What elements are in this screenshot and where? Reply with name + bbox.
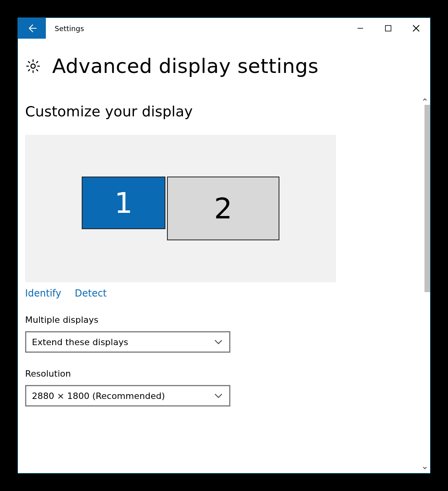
multiple-displays-select[interactable]: Extend these displays	[25, 331, 230, 353]
header-row: Advanced display settings	[18, 39, 430, 90]
resolution-label: Resolution	[25, 369, 430, 379]
display-2-label: 2	[214, 192, 232, 225]
scroll-down-button[interactable]	[420, 463, 430, 473]
window-title: Settings	[46, 18, 346, 39]
titlebar: Settings	[18, 18, 430, 39]
back-button[interactable]	[18, 18, 46, 39]
arrow-left-icon	[27, 23, 37, 33]
resolution-value: 2880 × 1800 (Recommended)	[32, 391, 165, 401]
settings-window: Settings Advanced display s	[18, 18, 430, 473]
chevron-down-icon	[213, 337, 224, 347]
close-button[interactable]	[402, 18, 430, 39]
gear-icon	[25, 58, 41, 74]
multiple-displays-value: Extend these displays	[32, 337, 128, 347]
display-1[interactable]: 1	[82, 177, 165, 229]
svg-rect-0	[385, 26, 391, 31]
display-links: Identify Detect	[25, 288, 430, 299]
window-controls	[346, 18, 430, 39]
scroll-thumb[interactable]	[424, 105, 430, 292]
display-arrangement[interactable]: 1 2	[25, 135, 336, 282]
close-icon	[412, 24, 420, 32]
multiple-displays-label: Multiple displays	[25, 315, 430, 325]
section-customize-title: Customize your display	[25, 103, 430, 120]
svg-point-1	[31, 64, 35, 69]
maximize-button[interactable]	[374, 18, 402, 39]
detect-link[interactable]: Detect	[75, 288, 107, 299]
display-1-label: 1	[114, 186, 133, 220]
chevron-down-icon	[213, 391, 224, 401]
maximize-icon	[385, 25, 392, 32]
scrollbar[interactable]	[420, 94, 430, 473]
page-title: Advanced display settings	[52, 55, 318, 78]
identify-link[interactable]: Identify	[25, 288, 61, 299]
minimize-button[interactable]	[346, 18, 374, 39]
resolution-select[interactable]: 2880 × 1800 (Recommended)	[25, 385, 230, 407]
chevron-up-icon	[422, 97, 427, 102]
display-2[interactable]: 2	[167, 177, 279, 240]
scroll-up-button[interactable]	[420, 94, 430, 105]
content-area: Customize your display 1 2 Identify Dete…	[18, 94, 430, 473]
minimize-icon	[357, 25, 364, 32]
window-body: Advanced display settings Customize your…	[18, 39, 430, 473]
chevron-down-icon	[422, 465, 427, 470]
